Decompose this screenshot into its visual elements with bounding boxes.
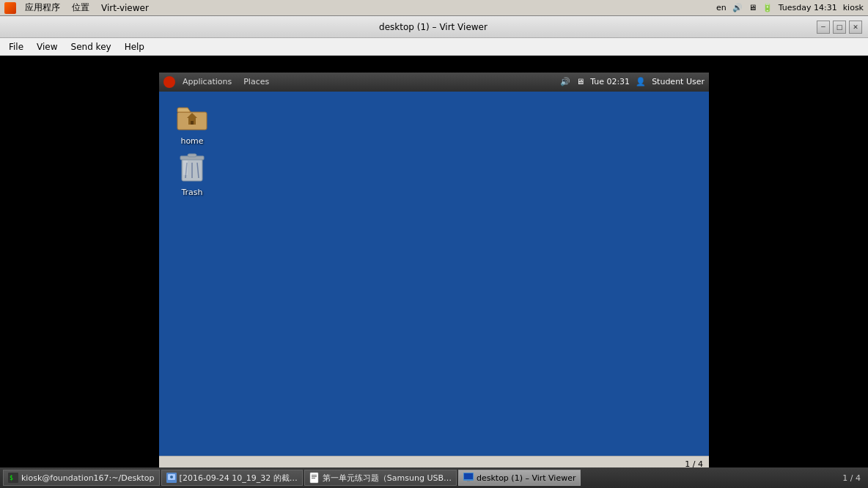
vm-panel-right: 🔊 🖥 Tue 02:31 👤 Student User	[560, 77, 705, 86]
terminal-icon: $	[8, 473, 18, 483]
vm-screen: Applications Places 🔊 🖥 Tue 02:31 👤 Stud…	[0, 56, 868, 488]
svg-rect-18	[312, 476, 317, 477]
virt-window: desktop (1) – Virt Viewer ─ □ ✕ File Vie…	[0, 16, 868, 488]
vm-applications-btn[interactable]: Applications	[178, 76, 236, 87]
host-speaker-icon: 🔊	[732, 3, 743, 12]
vm-network-icon: 🖥	[576, 77, 584, 86]
host-menu-window[interactable]: Virt-viewer	[98, 2, 152, 14]
host-app-icon	[4, 2, 16, 14]
vm-speaker-icon: 🔊	[560, 77, 570, 86]
taskbar-document-label: 第一单元练习题（Samsung USB…	[323, 473, 452, 484]
taskbar-screenshot-label: [2016-09-24 10_19_32 的截…	[180, 473, 298, 484]
svg-point-15	[170, 476, 173, 478]
virt-titlebar-controls: ─ □ ✕	[817, 21, 862, 34]
taskbar-terminal-label: kiosk@foundation167:~/Desktop	[21, 473, 155, 483]
host-kiosk: kiosk	[843, 3, 864, 12]
maximize-button[interactable]: □	[833, 21, 846, 34]
close-button[interactable]: ✕	[849, 21, 862, 34]
taskbar-terminal[interactable]: $ kiosk@foundation167:~/Desktop	[3, 470, 160, 486]
vm-panel: Applications Places 🔊 🖥 Tue 02:31 👤 Stud…	[159, 73, 709, 92]
host-topbar-right: en 🔊 🖥 🔋 Tuesday 14:31 kiosk	[716, 3, 864, 12]
svg-rect-19	[312, 478, 315, 478]
svg-rect-6	[188, 154, 196, 157]
trash-icon-svg	[177, 152, 207, 184]
vm-time: Tue 02:31	[590, 77, 630, 86]
svg-rect-3	[191, 121, 194, 125]
home-desktop-icon[interactable]: home	[166, 99, 218, 147]
host-battery-icon: 🔋	[762, 3, 773, 12]
host-menu-applications[interactable]: 应用程序	[22, 1, 63, 15]
vm-applet-logo	[163, 76, 175, 88]
minimize-button[interactable]: ─	[817, 21, 830, 34]
host-time: Tuesday 14:31	[779, 3, 837, 12]
menu-file[interactable]: File	[3, 40, 29, 53]
menu-send-key[interactable]: Send key	[65, 40, 117, 53]
taskbar-virtviewer[interactable]: desktop (1) – Virt Viewer	[458, 470, 581, 486]
svg-rect-22	[467, 481, 470, 482]
host-locale: en	[716, 3, 727, 12]
svg-rect-17	[312, 475, 317, 476]
screenshot-icon	[166, 473, 177, 483]
home-icon-img	[174, 99, 210, 134]
taskbar-page-num: 1 / 4	[842, 473, 865, 483]
home-folder-svg	[176, 102, 208, 131]
host-menu-position[interactable]: 位置	[69, 1, 92, 15]
menu-view[interactable]: View	[31, 40, 63, 53]
host-topbar-left: 应用程序 位置 Virt-viewer	[4, 1, 152, 15]
vm-user-icon: 👤	[636, 77, 646, 86]
vm-places-btn[interactable]: Places	[239, 76, 273, 87]
host-topbar: 应用程序 位置 Virt-viewer en 🔊 🖥 🔋 Tuesday 14:…	[0, 0, 868, 16]
vm-desktop: Applications Places 🔊 🖥 Tue 02:31 👤 Stud…	[159, 73, 709, 472]
vm-desktop-icons: home	[159, 92, 709, 456]
taskbar-virtviewer-label: desktop (1) – Virt Viewer	[477, 473, 576, 483]
taskbar-document[interactable]: 第一单元练习题（Samsung USB…	[304, 470, 457, 486]
virt-titlebar: desktop (1) – Virt Viewer ─ □ ✕	[0, 16, 868, 38]
virtviewer-icon	[463, 473, 474, 483]
svg-rect-21	[464, 473, 473, 479]
trash-icon-img	[174, 150, 210, 185]
taskbar-screenshot[interactable]: [2016-09-24 10_19_32 的截…	[161, 470, 303, 486]
svg-text:$: $	[10, 475, 13, 481]
menu-help[interactable]: Help	[119, 40, 150, 53]
svg-rect-10	[183, 160, 188, 175]
host-taskbar: $ kiosk@foundation167:~/Desktop [2016-09…	[0, 467, 868, 488]
trash-desktop-icon[interactable]: Trash	[166, 150, 218, 198]
virt-titlebar-title: desktop (1) – Virt Viewer	[50, 22, 817, 32]
home-icon-label: home	[178, 136, 205, 147]
vm-panel-left: Applications Places	[163, 76, 273, 88]
vm-user-label: Student User	[652, 77, 705, 86]
document-icon	[309, 473, 320, 483]
trash-icon-label: Trash	[179, 187, 205, 198]
host-network-icon: 🖥	[749, 3, 757, 12]
virt-menubar: File View Send key Help	[0, 38, 868, 56]
